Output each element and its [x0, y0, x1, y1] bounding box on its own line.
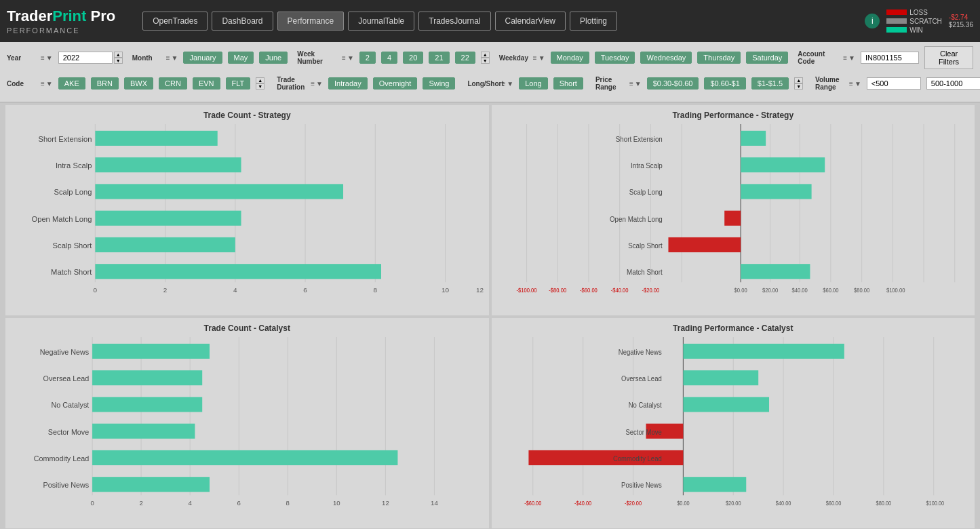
- svg-rect-71: [92, 370, 202, 385]
- week-filter-icon[interactable]: ▼: [347, 54, 354, 62]
- duration-swing[interactable]: Swing: [423, 77, 455, 90]
- price-down[interactable]: ▼: [794, 83, 803, 90]
- svg-text:$60.00: $60.00: [825, 500, 841, 507]
- logo-trader: Trader: [7, 7, 52, 24]
- year-down[interactable]: ▼: [114, 58, 123, 64]
- year-up[interactable]: ▲: [114, 52, 123, 58]
- week-21[interactable]: 21: [429, 52, 449, 64]
- svg-text:Sector Move: Sector Move: [48, 427, 90, 435]
- code-bwx[interactable]: BWX: [124, 77, 153, 90]
- code-down[interactable]: ▼: [256, 83, 264, 90]
- week-sort-icon[interactable]: ≡: [342, 54, 346, 62]
- week-22[interactable]: 22: [455, 52, 475, 64]
- week-icons: ≡ ▼: [342, 54, 354, 62]
- week-up[interactable]: ▲: [481, 52, 490, 58]
- week-2[interactable]: 2: [359, 52, 376, 64]
- weekday-filter-icon[interactable]: ▼: [538, 54, 545, 62]
- code-filter-icon[interactable]: ▼: [46, 80, 53, 87]
- weekday-saturday[interactable]: Saturday: [746, 52, 788, 64]
- year-sort-icon[interactable]: ≡: [41, 54, 45, 62]
- week-down[interactable]: ▼: [481, 58, 490, 64]
- month-filter-icon[interactable]: ▼: [172, 54, 178, 62]
- info-button[interactable]: i: [865, 14, 880, 28]
- month-may[interactable]: May: [228, 52, 254, 64]
- svg-text:$0.00: $0.00: [734, 288, 747, 294]
- trade-count-catalyst-panel: Trade Count - Catalyst Neg: [5, 318, 489, 528]
- svg-text:$80.00: $80.00: [853, 288, 869, 294]
- price-060-1[interactable]: $0.60-$1: [704, 77, 745, 90]
- price-filter-icon[interactable]: ▼: [635, 80, 642, 87]
- header-right: i LOSS SCRATCH WIN -$2.74 $215.36: [865, 9, 973, 34]
- svg-text:6: 6: [237, 499, 241, 507]
- week-spinner: ▲ ▼: [481, 52, 490, 64]
- code-ake[interactable]: AKE: [58, 77, 85, 90]
- svg-text:Short Extension: Short Extension: [38, 135, 92, 143]
- svg-text:Positive News: Positive News: [621, 481, 662, 489]
- svg-rect-104: [683, 477, 746, 492]
- week-20[interactable]: 20: [403, 52, 423, 64]
- svg-rect-44: [741, 264, 810, 279]
- svg-rect-99: [683, 344, 844, 359]
- nav-plotting[interactable]: Plotting: [570, 12, 617, 31]
- price-030-060[interactable]: $0.30-$0.60: [647, 77, 699, 90]
- clear-filters-button[interactable]: Clear Filters: [924, 46, 973, 69]
- volume-icons: ≡ ▼: [849, 80, 861, 87]
- weekday-tuesday[interactable]: Tuesday: [595, 52, 635, 64]
- svg-text:No Catalyst: No Catalyst: [52, 401, 90, 409]
- trade-count-catalyst-title: Trade Count - Catalyst: [11, 324, 484, 333]
- price-sort-icon[interactable]: ≡: [629, 80, 633, 87]
- main-content: Trade Count - Strategy Short Extension: [0, 102, 980, 529]
- code-up[interactable]: ▲: [256, 77, 264, 83]
- volume-sort-icon[interactable]: ≡: [849, 80, 853, 87]
- account-input[interactable]: IN8001155: [861, 52, 919, 64]
- month-june[interactable]: June: [259, 52, 288, 64]
- trading-performance-strategy-chart: Short Extension Intra Scalp Scalp Long O…: [497, 124, 970, 307]
- duration-filter-icon[interactable]: ▼: [316, 80, 323, 87]
- longshort-short[interactable]: Short: [553, 77, 583, 90]
- price-1-15[interactable]: $1-$1.5: [751, 77, 789, 90]
- code-evn[interactable]: EVN: [193, 77, 220, 90]
- svg-text:2: 2: [163, 286, 168, 294]
- nav-open-trades[interactable]: OpenTrades: [142, 12, 208, 31]
- nav-dashboard[interactable]: DashBoard: [212, 12, 273, 31]
- longshort-filter-icon[interactable]: ▼: [507, 80, 513, 87]
- volume-input-1[interactable]: [867, 77, 921, 90]
- account-filter-icon[interactable]: ▼: [848, 54, 855, 62]
- svg-text:10: 10: [333, 499, 340, 507]
- duration-overnight[interactable]: Overnight: [373, 77, 418, 90]
- svg-text:8: 8: [374, 286, 378, 294]
- svg-text:$40.00: $40.00: [775, 500, 791, 507]
- code-sort-icon[interactable]: ≡: [41, 80, 45, 87]
- duration-intraday[interactable]: Intraday: [328, 77, 368, 90]
- weekday-monday[interactable]: Monday: [551, 52, 589, 64]
- weekday-sort-icon[interactable]: ≡: [533, 54, 537, 62]
- volume-filter-icon[interactable]: ▼: [855, 80, 861, 87]
- nav-trades-journal[interactable]: TradesJournal: [418, 12, 490, 31]
- code-flt[interactable]: FLT: [226, 77, 251, 90]
- year-filter-icon[interactable]: ▼: [46, 54, 53, 62]
- longshort-sort-icon[interactable]: ≡: [501, 80, 505, 87]
- nav-performance[interactable]: Performance: [277, 12, 345, 31]
- nav-journal-table[interactable]: JournalTable: [348, 12, 414, 31]
- volume-input-2[interactable]: [926, 77, 980, 90]
- nav-calendar-view[interactable]: CalendarView: [495, 12, 566, 31]
- svg-rect-75: [92, 477, 210, 492]
- svg-text:Scalp Short: Scalp Short: [628, 241, 663, 250]
- year-input-wrap: 2022 ▲ ▼: [58, 52, 123, 64]
- svg-text:Scalp Short: Scalp Short: [53, 241, 92, 250]
- longshort-long[interactable]: Long: [519, 77, 547, 90]
- weekday-wednesday[interactable]: Wednesday: [640, 52, 692, 64]
- code-crn[interactable]: CRN: [159, 77, 187, 90]
- month-sort-icon[interactable]: ≡: [166, 54, 170, 62]
- week-label: Week Number: [297, 50, 335, 65]
- account-sort-icon[interactable]: ≡: [843, 54, 847, 62]
- month-january[interactable]: January: [183, 52, 222, 64]
- duration-sort-icon[interactable]: ≡: [311, 80, 315, 87]
- svg-text:Commodity Lead: Commodity Lead: [612, 454, 661, 463]
- week-4[interactable]: 4: [381, 52, 397, 64]
- trade-count-strategy-chart: Short Extension Intra Scalp Scalp Long O…: [11, 124, 484, 307]
- price-up[interactable]: ▲: [794, 77, 803, 83]
- code-brn[interactable]: BRN: [91, 77, 119, 90]
- year-input[interactable]: 2022: [58, 52, 113, 64]
- weekday-thursday[interactable]: Thursday: [697, 52, 741, 64]
